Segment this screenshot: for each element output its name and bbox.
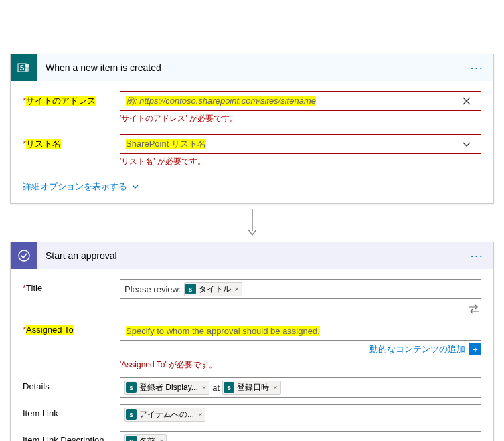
action-title: Start an approval [37, 250, 471, 261]
trigger-card: S When a new item is created ··· *サイトのアド… [10, 54, 494, 204]
trigger-header: S When a new item is created ··· [11, 54, 493, 81]
item-link-input[interactable]: s アイテムへの... × [120, 404, 481, 424]
details-row: Details s 登録者 Display... × at s 登録日時 × [23, 377, 481, 398]
title-row: *Title Please review: s タイトル × [23, 279, 481, 299]
chevron-down-icon [131, 183, 139, 191]
approval-icon [11, 242, 37, 269]
svg-point-3 [25, 68, 29, 72]
token-registrant[interactable]: s 登録者 Display... × [124, 381, 209, 395]
clear-icon[interactable] [462, 96, 475, 106]
list-name-label: *リスト名 [23, 134, 120, 150]
site-address-input[interactable]: 例: https://contoso.sharepoint.com/sites/… [120, 91, 481, 111]
item-link-desc-row: Item Link Description s 名前 × [23, 431, 481, 441]
site-address-row: *サイトのアドレス 例: https://contoso.sharepoint.… [23, 91, 481, 131]
action-menu-button[interactable]: ··· [471, 251, 493, 261]
swap-button[interactable] [23, 302, 481, 321]
flow-arrow [10, 204, 494, 242]
assigned-to-label: *Assigned To [23, 321, 120, 335]
svg-point-2 [25, 64, 29, 68]
site-address-label: *サイトのアドレス [23, 91, 120, 107]
token-name[interactable]: s 名前 × [124, 434, 167, 442]
token-remove-icon[interactable]: × [197, 410, 202, 418]
trigger-body: *サイトのアドレス 例: https://contoso.sharepoint.… [11, 81, 493, 203]
token-remove-icon[interactable]: × [272, 383, 277, 391]
trigger-title: When a new item is created [37, 62, 471, 73]
action-header: Start an approval ··· [11, 242, 493, 269]
dynamic-content-link[interactable]: 動的なコンテンツの追加 [369, 343, 465, 355]
list-name-row: *リスト名 SharePoint リスト名 'リスト名' が必要です。 [23, 134, 481, 174]
svg-text:S: S [20, 64, 25, 72]
item-link-desc-label: Item Link Description [23, 431, 120, 441]
token-regdate[interactable]: s 登録日時 × [222, 381, 280, 395]
token-remove-icon[interactable]: × [234, 285, 239, 293]
item-link-desc-input[interactable]: s 名前 × [120, 431, 481, 441]
token-title[interactable]: s タイトル × [184, 282, 242, 296]
list-name-input[interactable]: SharePoint リスト名 [120, 134, 481, 154]
token-remove-icon[interactable]: × [158, 437, 163, 441]
details-label: Details [23, 377, 120, 391]
advanced-options-toggle[interactable]: 詳細オプションを表示する [23, 177, 139, 194]
action-card: Start an approval ··· *Title Please revi… [10, 242, 494, 441]
svg-point-5 [19, 250, 29, 261]
assigned-to-row: *Assigned To Specify to whom the approva… [23, 321, 481, 341]
dynamic-content-add-button[interactable]: + [469, 343, 481, 355]
item-link-label: Item Link [23, 404, 120, 418]
title-input[interactable]: Please review: s タイトル × [120, 279, 481, 299]
trigger-menu-button[interactable]: ··· [471, 63, 493, 73]
site-address-error: 'サイトのアドレス' が必要です。 [120, 113, 481, 124]
details-input[interactable]: s 登録者 Display... × at s 登録日時 × [120, 377, 481, 398]
chevron-down-icon[interactable] [462, 139, 475, 149]
list-name-error: 'リスト名' が必要です。 [120, 156, 481, 167]
item-link-row: Item Link s アイテムへの... × [23, 404, 481, 424]
action-body: *Title Please review: s タイトル × [11, 269, 493, 441]
token-remove-icon[interactable]: × [201, 383, 206, 391]
token-itemlink[interactable]: s アイテムへの... × [124, 408, 205, 422]
assigned-to-error: 'Assigned To' が必要です。 [120, 359, 481, 371]
assigned-to-input[interactable]: Specify to whom the approval should be a… [120, 321, 481, 341]
title-label: *Title [23, 279, 120, 293]
sharepoint-icon: S [11, 54, 37, 81]
